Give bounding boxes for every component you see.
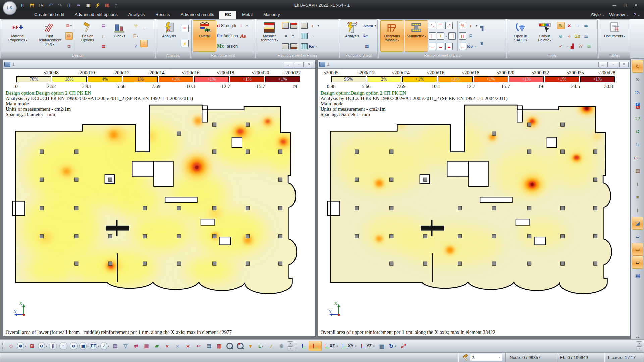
tee-icon[interactable]: ⊤ bbox=[140, 25, 148, 32]
checklist-icon[interactable]: ▤ bbox=[100, 22, 107, 29]
aqua-cube-3-icon[interactable] bbox=[301, 43, 308, 50]
update-problem-icon[interactable]: ↻ bbox=[632, 60, 643, 73]
bone-icon[interactable]: ⌗ bbox=[237, 22, 245, 29]
redo-icon[interactable]: ↷ bbox=[57, 2, 63, 8]
toolbar-grip[interactable] bbox=[2, 342, 5, 350]
contour-icon[interactable]: ▱ bbox=[632, 256, 643, 269]
toolbar-collapse-1[interactable]: −✓ bbox=[288, 341, 293, 351]
model-3d-icon[interactable]: ◫ bbox=[66, 2, 72, 8]
open-in-sapfir-button[interactable]: Open inSAPFIR bbox=[509, 20, 532, 52]
save-icon[interactable]: ◳ bbox=[38, 2, 44, 8]
single-bar-icon[interactable]: ▁ bbox=[459, 43, 466, 50]
column-icon[interactable]: ♜ bbox=[478, 40, 485, 47]
tab-rc[interactable]: RC bbox=[219, 11, 236, 19]
plate-y-bottom-icon[interactable] bbox=[290, 43, 298, 50]
abacus-icon[interactable]: ⌗ bbox=[574, 22, 581, 29]
ef-assign-icon[interactable]: EF+ bbox=[632, 152, 643, 164]
filter-icon[interactable]: ▽ bbox=[121, 341, 130, 351]
child-minimize-button[interactable]: ▁ bbox=[598, 62, 608, 67]
target-select-icon[interactable]: ⊕▾ bbox=[17, 341, 26, 351]
scale-combo[interactable]: 2.▾ bbox=[470, 354, 502, 361]
diagram-icon[interactable]: ▟ bbox=[569, 43, 576, 50]
sync-docs-icon[interactable]: ⇆ bbox=[582, 22, 590, 29]
material-properties-button[interactable]: EF✚ Material Properties▾ bbox=[2, 20, 33, 52]
overall-button[interactable]: As Overall bbox=[193, 20, 216, 52]
strength-button[interactable]: Strength bbox=[221, 23, 236, 28]
question-grid-icon[interactable]: ⁇ bbox=[577, 43, 584, 50]
help-menu[interactable]: ?⌄ bbox=[634, 12, 640, 17]
view-yz-button[interactable]: YZ▾ bbox=[359, 341, 376, 351]
book-icon[interactable]: ❧ bbox=[76, 2, 82, 8]
aqua-cube-1-icon[interactable] bbox=[301, 22, 308, 29]
unselect-nodes-icon[interactable]: × bbox=[162, 341, 172, 351]
gear-edit-icon[interactable]: ⊛ bbox=[632, 73, 643, 86]
dimension-line-icon[interactable]: L▾ bbox=[256, 341, 266, 351]
tab-advanced-results[interactable]: Advanced results bbox=[175, 11, 220, 19]
rotate-button[interactable]: ↻▾ bbox=[387, 341, 398, 351]
check-option-icon[interactable]: ✓ bbox=[557, 43, 565, 50]
open-file-icon[interactable]: ⬒ bbox=[29, 2, 35, 8]
view-xyz-button[interactable] bbox=[309, 341, 322, 351]
scales-green-icon[interactable]: ⚖ bbox=[585, 43, 593, 50]
cube-icon[interactable]: ◻ bbox=[100, 32, 107, 40]
renumber-icon[interactable]: 1↓ bbox=[632, 138, 643, 151]
block-3d-icon[interactable]: ▤ bbox=[110, 341, 120, 351]
perspective-button[interactable]: ▦ bbox=[377, 341, 386, 351]
torsion-button[interactable]: Torsion bbox=[225, 44, 238, 49]
flashlight-icon[interactable]: ▼ bbox=[246, 341, 255, 351]
polygon-select-icon[interactable]: ◇ bbox=[6, 341, 16, 351]
dimensions-icon[interactable]: 1.2 bbox=[632, 112, 643, 125]
toolbar-grip-2[interactable] bbox=[296, 342, 298, 350]
qat-customize-icon[interactable]: ≡ bbox=[113, 2, 119, 8]
box-section-icon[interactable]: ▭ bbox=[632, 243, 643, 256]
pilot-reinforcement-button[interactable]: Pilot Reinforcement (PR)▾ bbox=[34, 20, 65, 52]
colour-palette-button[interactable]: ColourPalette▾ bbox=[533, 20, 556, 52]
child-titlebar[interactable]: 1 ▁ ▫ ✕ bbox=[3, 60, 315, 68]
slab-icon[interactable]: ▱ bbox=[632, 230, 643, 243]
documents-button[interactable]: Documents▾ bbox=[603, 20, 626, 52]
plate-y-top-icon[interactable] bbox=[290, 22, 298, 29]
view-xy-button[interactable]: XY▾ bbox=[340, 341, 358, 351]
child-restore-button[interactable]: ▫ bbox=[294, 62, 304, 67]
pen-select-icon[interactable]: ∕▾ bbox=[100, 341, 110, 351]
diagrams-mosaic-button[interactable]: Diagrams/Mosaic▾ bbox=[380, 20, 404, 52]
bars-bottom-1-icon[interactable]: ▁ bbox=[429, 43, 436, 50]
unselect-frame-icon[interactable]: × bbox=[173, 341, 182, 351]
vertical-lines-select-icon[interactable]: ∥ bbox=[48, 341, 58, 351]
slash-select-icon[interactable]: ⊘ bbox=[69, 341, 78, 351]
bars-tbeam-icon[interactable]: ᴛ bbox=[467, 22, 474, 29]
minimize-button[interactable]: — bbox=[610, 2, 619, 8]
zoom-cancel-icon[interactable]: × bbox=[235, 341, 245, 351]
grid-select-icon[interactable]: ▦▾ bbox=[79, 341, 89, 351]
hatch-icon[interactable]: ⫽ bbox=[132, 43, 140, 50]
bars-bottom-2-icon[interactable]: ▂ bbox=[437, 43, 444, 50]
tab-create-and-edit[interactable]: Create and edit bbox=[29, 11, 69, 19]
plate-x-bottom-icon[interactable] bbox=[282, 43, 289, 50]
node-select-icon[interactable]: ⊞ bbox=[27, 341, 37, 351]
frame-red-view-icon[interactable]: ▥ bbox=[214, 341, 224, 351]
pencil-icon[interactable]: ∕ bbox=[266, 341, 276, 351]
frame-view-icon[interactable]: ▤ bbox=[204, 341, 214, 351]
ef-select-icon[interactable]: EF▾ bbox=[90, 341, 99, 351]
steel-section-icon[interactable]: I bbox=[632, 204, 643, 217]
tab-advanced-edit-options[interactable]: Advanced edit options bbox=[69, 11, 123, 19]
close-button[interactable]: ✕ bbox=[631, 2, 641, 8]
zoom-in-icon[interactable] bbox=[225, 341, 234, 351]
k-sigma-icon[interactable]: Kσ bbox=[309, 44, 314, 49]
bars-corner-2-icon[interactable]: ⌞⌝ bbox=[445, 22, 453, 29]
palette-small-icon[interactable]: ⊜ bbox=[557, 32, 565, 40]
bars-corner-1-icon[interactable]: ⌜⌟ bbox=[429, 22, 436, 29]
gear-pencil-icon[interactable]: ⊛ bbox=[277, 341, 286, 351]
aswu-icon[interactable]: Asw/u bbox=[363, 24, 373, 28]
beam-section-icon[interactable]: I bbox=[632, 178, 643, 190]
blocks-button[interactable]: Blocks bbox=[108, 20, 131, 52]
mosaic-segments-button[interactable]: Mosaic/segments▾ bbox=[258, 20, 281, 52]
mesh-plate-icon[interactable]: ▦ bbox=[632, 269, 643, 282]
style-menu[interactable]: Style⌄ bbox=[591, 12, 604, 17]
flip-selection-icon[interactable]: ⇄ bbox=[131, 341, 141, 351]
bars-sum-icon[interactable]: Σ bbox=[437, 32, 444, 40]
frame-dots-icon[interactable]: ⊞ bbox=[181, 25, 189, 32]
red-grid-icon[interactable]: ▦ bbox=[100, 43, 107, 50]
view-iso-button[interactable] bbox=[300, 341, 308, 351]
toolbar-collapse-2[interactable]: −✓ bbox=[637, 341, 642, 351]
